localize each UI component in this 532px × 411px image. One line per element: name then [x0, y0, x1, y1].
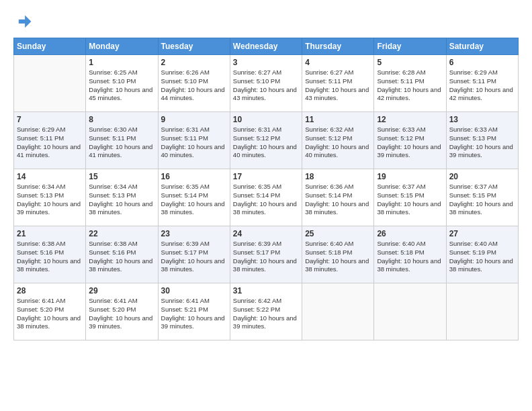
day-cell: 1Sunrise: 6:25 AMSunset: 5:10 PMDaylight…: [86, 55, 158, 112]
col-tuesday: Tuesday: [158, 38, 230, 55]
day-cell: 23Sunrise: 6:39 AMSunset: 5:17 PMDayligh…: [158, 226, 230, 283]
week-row-1: 1Sunrise: 6:25 AMSunset: 5:10 PMDaylight…: [14, 55, 519, 112]
day-info: Sunrise: 6:41 AMSunset: 5:21 PMDaylight:…: [161, 297, 227, 331]
day-number: 6: [449, 58, 515, 67]
day-number: 20: [449, 172, 515, 181]
day-cell: 30Sunrise: 6:41 AMSunset: 5:21 PMDayligh…: [158, 283, 230, 340]
day-info: Sunrise: 6:32 AMSunset: 5:12 PMDaylight:…: [305, 126, 371, 160]
day-number: 26: [377, 229, 443, 238]
day-info: Sunrise: 6:33 AMSunset: 5:12 PMDaylight:…: [377, 126, 443, 160]
week-row-3: 14Sunrise: 6:34 AMSunset: 5:13 PMDayligh…: [14, 169, 519, 226]
calendar-header: Sunday Monday Tuesday Wednesday Thursday…: [14, 38, 519, 55]
day-number: 10: [233, 115, 299, 124]
day-cell: 14Sunrise: 6:34 AMSunset: 5:13 PMDayligh…: [14, 169, 86, 226]
day-cell: [446, 283, 518, 340]
day-cell: 13Sunrise: 6:33 AMSunset: 5:13 PMDayligh…: [446, 112, 518, 169]
day-cell: 24Sunrise: 6:39 AMSunset: 5:17 PMDayligh…: [230, 226, 302, 283]
calendar-body: 1Sunrise: 6:25 AMSunset: 5:10 PMDaylight…: [14, 55, 519, 340]
day-number: 19: [377, 172, 443, 181]
day-cell: 20Sunrise: 6:37 AMSunset: 5:15 PMDayligh…: [446, 169, 518, 226]
day-cell: 11Sunrise: 6:32 AMSunset: 5:12 PMDayligh…: [302, 112, 374, 169]
day-cell: 9Sunrise: 6:31 AMSunset: 5:11 PMDaylight…: [158, 112, 230, 169]
day-cell: [374, 283, 446, 340]
day-number: 27: [449, 229, 515, 238]
day-info: Sunrise: 6:29 AMSunset: 5:11 PMDaylight:…: [449, 68, 515, 103]
day-number: 22: [89, 229, 154, 238]
day-cell: 28Sunrise: 6:41 AMSunset: 5:20 PMDayligh…: [14, 283, 86, 340]
calendar-table: Sunday Monday Tuesday Wednesday Thursday…: [13, 38, 519, 340]
day-number: 30: [161, 286, 227, 295]
day-cell: 5Sunrise: 6:28 AMSunset: 5:11 PMDaylight…: [374, 55, 446, 112]
logo-icon: [13, 12, 32, 31]
day-info: Sunrise: 6:40 AMSunset: 5:19 PMDaylight:…: [449, 240, 515, 274]
day-info: Sunrise: 6:41 AMSunset: 5:20 PMDaylight:…: [89, 297, 154, 331]
day-number: 4: [305, 58, 371, 67]
day-number: 31: [233, 286, 299, 295]
col-saturday: Saturday: [446, 38, 518, 55]
col-monday: Monday: [86, 38, 158, 55]
day-number: 23: [161, 229, 227, 238]
day-info: Sunrise: 6:41 AMSunset: 5:20 PMDaylight:…: [17, 297, 83, 331]
col-sunday: Sunday: [14, 38, 86, 55]
page: Sunday Monday Tuesday Wednesday Thursday…: [0, 0, 532, 411]
day-number: 16: [161, 172, 227, 181]
week-row-5: 28Sunrise: 6:41 AMSunset: 5:20 PMDayligh…: [14, 283, 519, 340]
day-info: Sunrise: 6:38 AMSunset: 5:16 PMDaylight:…: [89, 240, 154, 274]
day-cell: 25Sunrise: 6:40 AMSunset: 5:18 PMDayligh…: [302, 226, 374, 283]
day-info: Sunrise: 6:34 AMSunset: 5:13 PMDaylight:…: [17, 183, 83, 217]
day-info: Sunrise: 6:28 AMSunset: 5:11 PMDaylight:…: [377, 68, 443, 103]
day-info: Sunrise: 6:31 AMSunset: 5:12 PMDaylight:…: [233, 126, 299, 160]
day-cell: [14, 55, 86, 112]
day-cell: [302, 283, 374, 340]
day-number: 13: [449, 115, 515, 124]
day-info: Sunrise: 6:38 AMSunset: 5:16 PMDaylight:…: [17, 240, 83, 274]
day-cell: 31Sunrise: 6:42 AMSunset: 5:22 PMDayligh…: [230, 283, 302, 340]
day-number: 2: [161, 58, 227, 67]
day-info: Sunrise: 6:29 AMSunset: 5:11 PMDaylight:…: [17, 126, 83, 160]
day-cell: 17Sunrise: 6:35 AMSunset: 5:14 PMDayligh…: [230, 169, 302, 226]
day-info: Sunrise: 6:40 AMSunset: 5:18 PMDaylight:…: [305, 240, 371, 274]
day-info: Sunrise: 6:26 AMSunset: 5:10 PMDaylight:…: [161, 68, 227, 103]
day-info: Sunrise: 6:27 AMSunset: 5:11 PMDaylight:…: [305, 68, 371, 103]
day-info: Sunrise: 6:39 AMSunset: 5:17 PMDaylight:…: [233, 240, 299, 274]
day-number: 28: [17, 286, 83, 295]
col-wednesday: Wednesday: [230, 38, 302, 55]
day-info: Sunrise: 6:39 AMSunset: 5:17 PMDaylight:…: [161, 240, 227, 274]
day-cell: 18Sunrise: 6:36 AMSunset: 5:14 PMDayligh…: [302, 169, 374, 226]
day-cell: 16Sunrise: 6:35 AMSunset: 5:14 PMDayligh…: [158, 169, 230, 226]
day-cell: 21Sunrise: 6:38 AMSunset: 5:16 PMDayligh…: [14, 226, 86, 283]
day-info: Sunrise: 6:33 AMSunset: 5:13 PMDaylight:…: [449, 126, 515, 160]
day-info: Sunrise: 6:36 AMSunset: 5:14 PMDaylight:…: [305, 183, 371, 217]
day-info: Sunrise: 6:31 AMSunset: 5:11 PMDaylight:…: [161, 126, 227, 160]
day-cell: 10Sunrise: 6:31 AMSunset: 5:12 PMDayligh…: [230, 112, 302, 169]
day-number: 29: [89, 286, 154, 295]
day-cell: 7Sunrise: 6:29 AMSunset: 5:11 PMDaylight…: [14, 112, 86, 169]
day-info: Sunrise: 6:34 AMSunset: 5:13 PMDaylight:…: [89, 183, 154, 217]
day-number: 25: [305, 229, 371, 238]
day-info: Sunrise: 6:27 AMSunset: 5:10 PMDaylight:…: [233, 68, 299, 103]
day-info: Sunrise: 6:40 AMSunset: 5:18 PMDaylight:…: [377, 240, 443, 274]
day-number: 8: [89, 115, 154, 124]
day-number: 24: [233, 229, 299, 238]
day-number: 5: [377, 58, 443, 67]
day-cell: 2Sunrise: 6:26 AMSunset: 5:10 PMDaylight…: [158, 55, 230, 112]
day-cell: 29Sunrise: 6:41 AMSunset: 5:20 PMDayligh…: [86, 283, 158, 340]
day-number: 7: [17, 115, 83, 124]
day-cell: 22Sunrise: 6:38 AMSunset: 5:16 PMDayligh…: [86, 226, 158, 283]
day-cell: 6Sunrise: 6:29 AMSunset: 5:11 PMDaylight…: [446, 55, 518, 112]
day-number: 12: [377, 115, 443, 124]
day-number: 18: [305, 172, 371, 181]
col-thursday: Thursday: [302, 38, 374, 55]
day-cell: 26Sunrise: 6:40 AMSunset: 5:18 PMDayligh…: [374, 226, 446, 283]
day-info: Sunrise: 6:35 AMSunset: 5:14 PMDaylight:…: [161, 183, 227, 217]
day-cell: 3Sunrise: 6:27 AMSunset: 5:10 PMDaylight…: [230, 55, 302, 112]
day-info: Sunrise: 6:37 AMSunset: 5:15 PMDaylight:…: [377, 183, 443, 217]
day-info: Sunrise: 6:30 AMSunset: 5:11 PMDaylight:…: [89, 126, 154, 160]
week-row-2: 7Sunrise: 6:29 AMSunset: 5:11 PMDaylight…: [14, 112, 519, 169]
day-info: Sunrise: 6:42 AMSunset: 5:22 PMDaylight:…: [233, 297, 299, 331]
col-friday: Friday: [374, 38, 446, 55]
day-number: 15: [89, 172, 154, 181]
day-number: 21: [17, 229, 83, 238]
day-number: 3: [233, 58, 299, 67]
day-cell: 27Sunrise: 6:40 AMSunset: 5:19 PMDayligh…: [446, 226, 518, 283]
